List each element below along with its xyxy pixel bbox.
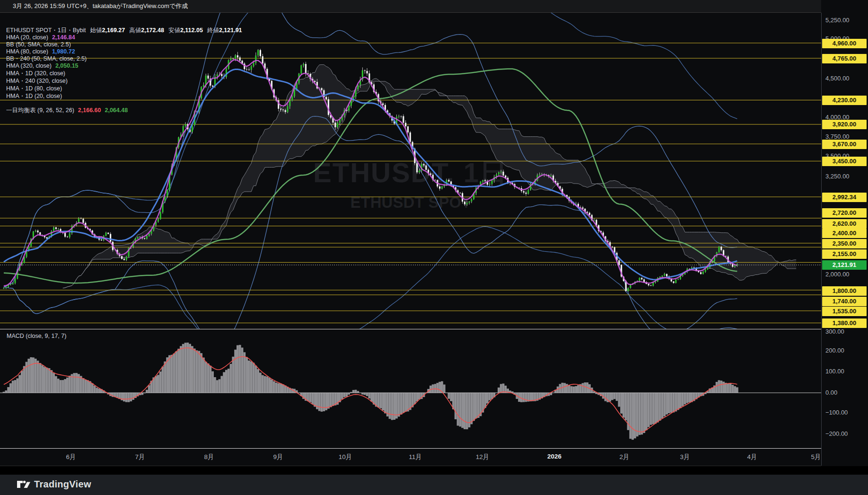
time-axis-label: 6月: [66, 453, 76, 461]
level-price-label[interactable]: 4,960.00: [822, 39, 867, 48]
axis-tick-label[interactable]: −200.00: [825, 430, 848, 437]
indicator-label: HMA・240 (320, close): [6, 78, 68, 84]
time-axis-label: 7月: [135, 453, 145, 461]
snapshot-created-text: 3月 26, 2026 15:59 UTC+9、takatabaがTrading…: [13, 2, 188, 9]
indicator-label: HMA (80, close): [6, 48, 48, 55]
legend-indicator-row[interactable]: 一目均衡表 (9, 26, 52, 26)2,166.602,064.48: [6, 106, 128, 114]
legend-indicator-row[interactable]: HMA (80, close)1,980.72: [6, 48, 75, 55]
level-price-label[interactable]: 3,450.00: [822, 157, 867, 166]
axis-separator: [821, 13, 822, 466]
bottom-gap: [0, 466, 868, 475]
level-price-label[interactable]: 2,992.34: [822, 193, 867, 202]
current-price-label[interactable]: 2,121.91: [822, 260, 867, 270]
level-price-label[interactable]: 2,400.00: [822, 229, 867, 238]
indicator-label: HMA (20, close): [6, 34, 48, 41]
indicator-value: 2,166.60: [78, 107, 101, 114]
level-price-label[interactable]: 1,740.00: [822, 297, 867, 306]
time-axis-label: 2月: [619, 453, 629, 461]
indicator-value: 2,050.15: [55, 62, 79, 69]
ohlc-field: 安値2,112.05: [168, 27, 203, 34]
axis-tick-label[interactable]: 5,250.00: [825, 17, 850, 24]
ohlc-field: 始値2,169.27: [90, 27, 125, 34]
axis-tick-label[interactable]: 0.00: [825, 389, 837, 396]
indicator-label: BB (50, SMA, close, 2.5): [6, 41, 71, 48]
legend-symbol-title: ETHUSDT SPOT・1日・Bybit: [6, 27, 86, 34]
macd-legend[interactable]: MACD (close, 9, 17, 7): [7, 333, 66, 339]
level-price-label[interactable]: 1,800.00: [822, 286, 867, 296]
axis-tick-label[interactable]: −100.00: [825, 409, 848, 416]
ohlc-field: 高値2,172.48: [129, 27, 164, 34]
level-price-label[interactable]: 3,670.00: [822, 140, 867, 149]
axis-tick-label[interactable]: 3,750.00: [825, 133, 850, 140]
time-axis-label: 11月: [409, 453, 422, 461]
tradingview-chart-window: 3月 26, 2026 15:59 UTC+9、takatabaがTrading…: [0, 0, 868, 495]
indicator-label: HMA・1D (20, close): [6, 93, 62, 99]
level-price-label[interactable]: 1,535.00: [822, 307, 867, 316]
axis-tick-label[interactable]: 4,500.00: [825, 75, 850, 82]
price-axis[interactable]: 5,250.005,000.004,960.004,765.004,500.00…: [821, 0, 868, 466]
level-price-label[interactable]: 2,350.00: [822, 239, 867, 248]
footer-bar: TradingView: [0, 475, 868, 495]
time-axis-label: 9月: [273, 453, 283, 461]
time-axis-label: 12月: [476, 453, 490, 461]
macd-pane[interactable]: [0, 330, 821, 449]
indicator-label: 一目均衡表 (9, 26, 52, 26): [6, 107, 74, 114]
price-pane[interactable]: ETHUSDT, 1日 ETHUSDT SPOT ETHUSDT SPOT・1日…: [0, 13, 821, 329]
legend-indicator-row[interactable]: BB (50, SMA, close, 2.5): [6, 41, 71, 48]
axis-tick-label[interactable]: 200.00: [825, 347, 844, 354]
pane-resize-divider[interactable]: [0, 329, 868, 329]
price-chart-canvas[interactable]: [0, 13, 821, 329]
tradingview-brand-text[interactable]: TradingView: [34, 479, 91, 490]
axis-tick-label[interactable]: 100.00: [825, 368, 844, 375]
indicator-label: BB・240 (50, SMA, close, 2.5): [6, 55, 87, 62]
legend-indicator-row[interactable]: BB・240 (50, SMA, close, 2.5): [6, 55, 87, 62]
level-price-label[interactable]: 3,920.00: [822, 120, 867, 129]
time-axis[interactable]: 6月7月8月9月10月11月12月20262月3月4月5月: [0, 449, 821, 466]
axis-tick-label[interactable]: 300.00: [825, 328, 844, 335]
axis-tick-label[interactable]: 3,250.00: [825, 173, 850, 180]
level-price-label[interactable]: 2,155.00: [822, 249, 867, 259]
legend-indicator-row[interactable]: HMA・240 (320, close): [6, 77, 68, 85]
indicator-value: 2,064.48: [105, 107, 128, 114]
legend-indicator-row[interactable]: HMA・1D (20, close): [6, 92, 62, 100]
time-axis-label: 5月: [811, 453, 821, 461]
level-price-label[interactable]: 1,380.00: [822, 318, 867, 328]
macd-chart-canvas[interactable]: [0, 330, 821, 449]
indicator-label: HMA・1D (320, close): [6, 70, 65, 77]
legend-indicator-row[interactable]: HMA (20, close)2,146.84: [6, 34, 75, 41]
ohlc-field: 終値2,121.91: [207, 27, 242, 34]
indicator-value: 2,146.84: [52, 34, 75, 41]
indicator-value: 1,980.72: [52, 48, 75, 55]
legend-indicator-row[interactable]: HMA・1D (320, close): [6, 70, 65, 77]
legend-symbol-row[interactable]: ETHUSDT SPOT・1日・Bybit始値2,169.27高値2,172.4…: [6, 27, 242, 34]
level-price-label[interactable]: 4,230.00: [822, 96, 867, 105]
time-axis-label: 4月: [747, 453, 757, 461]
axis-tick-label[interactable]: 2,000.00: [825, 271, 850, 278]
indicator-label: HMA (320, close): [6, 62, 52, 69]
time-axis-label: 3月: [680, 453, 690, 461]
level-price-label[interactable]: 2,720.00: [822, 208, 867, 218]
time-axis-label: 2026: [547, 453, 561, 460]
legend-indicator-row[interactable]: HMA (320, close)2,050.15: [6, 62, 79, 70]
snapshot-header: 3月 26, 2026 15:59 UTC+9、takatabaがTrading…: [0, 0, 868, 13]
legend-indicator-row[interactable]: HMA・1D (80, close): [6, 85, 62, 92]
indicator-label: HMA・1D (80, close): [6, 85, 62, 92]
time-axis-label: 8月: [204, 453, 214, 461]
level-price-label[interactable]: 2,620.00: [822, 219, 867, 229]
time-axis-label: 10月: [339, 453, 352, 461]
level-price-label[interactable]: 4,765.00: [822, 54, 867, 63]
